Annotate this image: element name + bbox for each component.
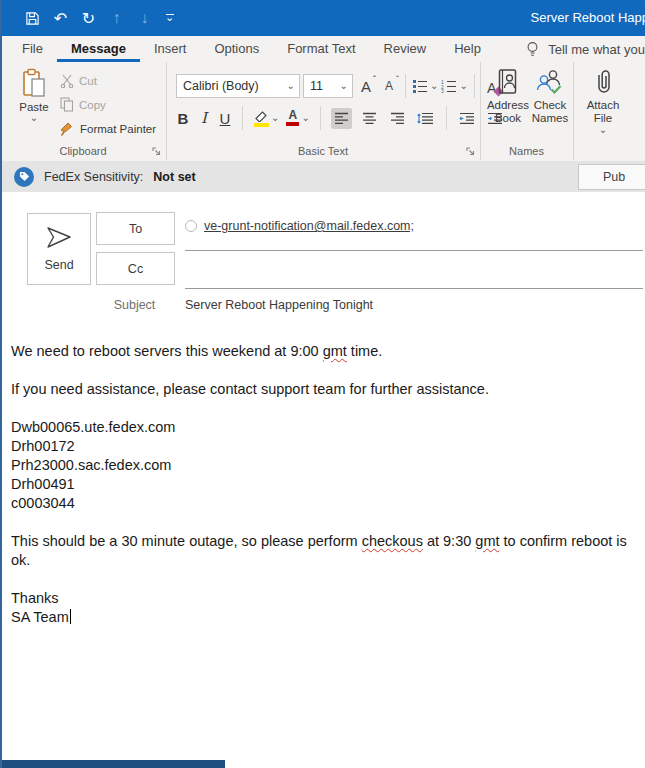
paste-button[interactable]: Paste ⌄ [12,68,56,152]
cut-button: Cut [60,74,97,88]
to-field[interactable]: ve-grunt-notification@mail.fedex.com; [185,212,643,251]
bullets-icon [412,79,428,93]
send-plane-icon [44,226,74,250]
arrow-down-icon: ↓ [136,9,153,27]
basic-text-dialog-launcher-icon[interactable] [466,147,475,156]
to-button[interactable]: To [96,212,175,245]
spellcheck-word: checkous [362,533,423,549]
text-highlight-button[interactable]: ⌄ [253,110,279,127]
body-thanks: Thanks [11,589,633,608]
chevron-down-icon: ⌄ [599,125,607,135]
ribbon: Paste ⌄ Cut Copy Format Painter [0,62,645,162]
shrink-font-button[interactable]: A ˇ [379,76,399,96]
decrease-indent-button[interactable] [457,108,478,129]
server-name: Drh00172 [11,437,633,456]
server-name: Drh00491 [11,475,633,494]
names-group-label: Names [480,145,573,157]
ribbon-group-basic-text: Calibri (Body) ⌄ 11 ⌄ A ˆ A ˇ [166,62,481,160]
compose-header: Send To Cc ve-grunt-notification@mail.fe… [0,192,645,328]
ribbon-tab-bar: File Message Insert Options Format Text … [0,36,645,62]
recipient-address[interactable]: ve-grunt-notification@mail.fedex.com; [204,219,414,233]
check-names-icon [536,68,564,96]
svg-text:3: 3 [441,88,444,93]
body-paragraph: This should be a 30 minute outage, so pl… [11,532,633,570]
bullets-button[interactable]: ⌄ [412,79,438,93]
cc-field[interactable] [185,250,643,289]
ribbon-group-clipboard: Paste ⌄ Cut Copy Format Painter [0,62,167,160]
outlook-compose-window: ↶ ↻ ↑ ↓ ⌄ Server Reboot Happ File Messag… [0,0,645,768]
copy-label: Copy [79,99,106,111]
server-name: Dwb00065.ute.fedex.com [11,418,633,437]
attach-item-button-clipped[interactable]: A It [631,68,645,142]
tab-help[interactable]: Help [440,36,495,62]
font-name-select[interactable]: Calibri (Body) ⌄ [176,74,300,98]
send-button[interactable]: Send [27,213,91,285]
tab-insert[interactable]: Insert [140,36,201,62]
customize-toolbar-icon[interactable]: ⌄ [164,14,175,23]
body-paragraph: If you need assistance, please contact s… [11,380,633,399]
sensitivity-bar: FedEx Sensitivity: Not set Pub [0,161,645,193]
line-spacing-button[interactable] [415,108,436,129]
chevron-down-icon: ⌄ [430,81,438,91]
chevron-down-icon: ⌄ [301,113,309,123]
bold-button[interactable]: B [176,110,190,127]
align-center-button[interactable] [359,108,380,129]
server-name: c0003044 [11,494,633,513]
italic-button[interactable]: I [197,109,211,127]
align-right-button[interactable] [387,108,408,129]
attach-item-icon [641,68,645,96]
format-painter-button[interactable]: Format Painter [58,121,156,136]
spellcheck-word: gmt [475,533,499,549]
tab-file[interactable]: File [8,36,57,62]
redo-icon[interactable]: ↻ [80,9,97,27]
message-body-editor[interactable]: We need to reboot servers this weekend a… [0,327,645,760]
title-bar: ↶ ↻ ↑ ↓ ⌄ Server Reboot Happ [0,0,645,36]
undo-icon[interactable]: ↶ [52,9,69,27]
basic-text-group-label: Basic Text [166,145,480,157]
address-book-icon [495,68,521,96]
ribbon-group-names: Address Book Check Names Names [480,62,574,160]
quick-access-toolbar: ↶ ↻ ↑ ↓ ⌄ [24,9,175,27]
tab-format-text[interactable]: Format Text [273,36,369,62]
tab-message[interactable]: Message [57,36,140,62]
address-book-button[interactable]: Address Book [486,68,530,142]
subject-field[interactable]: Server Reboot Happening Tonight [185,298,373,312]
sensitivity-public-button-clipped[interactable]: Pub [578,164,645,190]
cut-icon [60,74,74,88]
check-names-button[interactable]: Check Names [528,68,572,142]
cc-button[interactable]: Cc [96,252,175,285]
tab-options[interactable]: Options [200,36,273,62]
subject-label: Subject [96,298,173,312]
grow-font-button[interactable]: A ˆ [356,76,376,96]
cut-label: Cut [79,75,97,87]
align-left-button[interactable] [331,108,352,129]
paperclip-icon [591,68,615,96]
body-paragraph: We need to reboot servers this weekend a… [11,342,633,361]
tell-me-search[interactable]: Tell me what you [525,36,645,62]
save-icon[interactable] [24,9,41,27]
sensitivity-label: FedEx Sensitivity: [44,170,143,184]
divider [405,74,406,98]
sensitivity-tag-icon [14,167,34,187]
numbering-icon: 123 [441,79,457,93]
tab-review[interactable]: Review [370,36,441,62]
check-names-label: Check Names [532,99,568,125]
address-book-label: Address Book [487,99,529,125]
font-color-icon: A [289,110,298,121]
clipboard-dialog-launcher-icon[interactable] [152,147,161,156]
attach-file-button[interactable]: Attach File ⌄ [581,68,625,142]
window-left-border [0,0,2,768]
window-bottom-edge [0,760,225,768]
copy-icon [60,97,74,112]
divider [474,74,475,98]
underline-button[interactable]: U [218,110,232,127]
chevron-down-icon: ⌄ [287,81,295,91]
font-size-select[interactable]: 11 ⌄ [303,74,353,98]
font-name-value: Calibri (Body) [183,79,259,93]
numbering-button[interactable]: 123 ⌄ [441,79,467,93]
sensitivity-value: Not set [153,170,195,184]
divider [242,106,243,130]
presence-circle-icon [185,220,197,232]
font-color-button[interactable]: A ⌄ [286,110,309,126]
chevron-down-icon: ⌄ [30,113,38,123]
